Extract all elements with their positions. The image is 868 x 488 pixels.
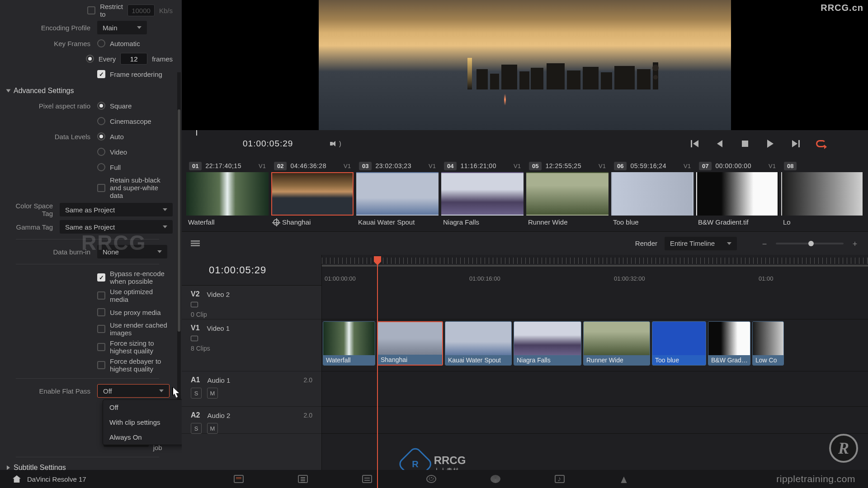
timeline-clip[interactable]: Shanghai — [377, 321, 443, 366]
color-space-select[interactable]: Same as Project — [60, 203, 173, 216]
clip-name: Too blue — [611, 216, 693, 229]
bypass-checkbox[interactable]: Bypass re-encode when possible — [97, 270, 173, 285]
media-page-icon[interactable] — [234, 475, 244, 483]
zoom-slider[interactable] — [776, 243, 844, 244]
timeline-clip[interactable]: Too blue — [652, 321, 706, 366]
track-header-v1[interactable]: V1Video 1 8 Clips — [182, 319, 321, 371]
loop-button[interactable] — [815, 137, 827, 150]
par-square-radio[interactable]: Square — [97, 102, 132, 110]
cut-page-icon[interactable] — [298, 475, 308, 483]
encoding-profile-select[interactable]: Main — [97, 21, 147, 34]
clip-timecode: 11:16:21;00 — [460, 162, 496, 169]
timeline-clip-thumb — [323, 322, 375, 355]
timeline: 01:00:05:29 V2Video 2 0 Clip V1Video 1 8… — [182, 255, 868, 488]
timeline-clip[interactable]: Waterfall — [323, 321, 375, 366]
flat-pass-option-clip[interactable]: With clip settings — [103, 415, 182, 430]
flat-pass-option-off[interactable]: Off — [103, 400, 182, 415]
clip-number: 07 — [699, 162, 712, 170]
mute-button[interactable]: M — [207, 388, 218, 399]
clip-number: 01 — [189, 162, 202, 170]
clip-track: V1 — [344, 163, 351, 169]
cached-checkbox[interactable]: Use render cached images — [97, 321, 173, 337]
timeline-clip-name: Too blue — [652, 355, 706, 365]
clip-card[interactable]: 0605:59:16;24V1 Too blue — [611, 160, 693, 229]
edit-page-icon[interactable] — [362, 475, 372, 483]
timeline-clip[interactable]: B&W Grad… — [708, 321, 750, 366]
clip-track: V1 — [769, 163, 776, 169]
scrub-marker[interactable] — [196, 130, 197, 136]
timeline-view-icon[interactable] — [191, 240, 200, 247]
play-button[interactable] — [764, 137, 777, 150]
color-page-icon[interactable] — [491, 475, 500, 483]
render-scope-select[interactable]: Entire Timeline — [665, 237, 737, 250]
track-v1-lane[interactable]: WaterfallShanghaiKauai Water SpoutNiagra… — [322, 319, 868, 371]
data-levels-auto-radio[interactable]: Auto — [97, 132, 124, 141]
par-cinema-radio[interactable]: Cinemascope — [97, 117, 151, 125]
clip-thumbnails-strip: 0122:17:40;15V1 Waterfall0204:46:36:28V1… — [182, 157, 868, 231]
timeline-clip[interactable]: Niagra Falls — [514, 321, 581, 366]
flat-pass-label: Enable Flat Pass — [9, 387, 97, 395]
solo-button[interactable]: S — [191, 423, 202, 434]
track-header-v2[interactable]: V2Video 2 0 Clip — [182, 286, 321, 319]
play-reverse-button[interactable] — [713, 137, 726, 150]
track-a1-lane[interactable] — [322, 371, 868, 407]
first-frame-button[interactable] — [688, 137, 701, 150]
flat-pass-option-always[interactable]: Always On — [103, 430, 182, 445]
deliver-page-icon[interactable] — [619, 475, 629, 483]
timeline-clip-thumb — [584, 322, 650, 355]
key-frames-every-radio[interactable]: Every — [86, 55, 116, 63]
track-v2-lane[interactable] — [322, 286, 868, 319]
timeline-clip[interactable]: Kauai Water Spout — [445, 321, 512, 366]
chevron-down-icon — [727, 242, 731, 245]
restrict-to-value[interactable] — [127, 5, 155, 16]
zoom-in-button[interactable]: + — [851, 239, 859, 248]
advanced-settings-toggle[interactable]: Advanced Settings — [7, 87, 173, 95]
key-frames-auto-radio[interactable]: Automatic — [97, 39, 140, 47]
sidebar-scrollbar[interactable] — [177, 72, 181, 443]
app-name: DaVinci Resolve 17 — [27, 475, 86, 483]
clip-card[interactable]: 0700:00:00:00V1 B&W Gradient.tif — [696, 160, 778, 229]
timeline-clip[interactable]: Runner Wide — [583, 321, 650, 366]
track-header-a1[interactable]: A1Audio 12.0 SM — [182, 371, 321, 407]
mute-button[interactable]: ) — [329, 137, 342, 150]
proxy-checkbox[interactable]: Use proxy media — [97, 308, 161, 316]
clip-thumbnail — [441, 172, 524, 216]
debayer-checkbox[interactable]: Force debayer to highest quality — [97, 357, 173, 373]
clip-card[interactable]: 0512:25:55;25V1 Runner Wide — [526, 160, 609, 229]
zoom-out-button[interactable]: − — [760, 239, 769, 248]
gamma-select[interactable]: Same as Project — [60, 220, 173, 234]
stop-button[interactable] — [739, 137, 751, 150]
frame-reordering-checkbox[interactable]: Frame reordering — [97, 70, 162, 78]
burn-in-select[interactable]: None — [97, 245, 167, 258]
playhead[interactable] — [377, 256, 378, 488]
clip-card[interactable]: 0122:17:40;15V1 Waterfall — [186, 160, 269, 229]
sizing-checkbox[interactable]: Force sizing to highest quality — [97, 339, 173, 355]
data-levels-full-radio[interactable]: Full — [97, 163, 121, 171]
clip-timecode: 22:17:40;15 — [205, 162, 241, 169]
clip-card[interactable]: 0411:16:21;00V1 Niagra Falls — [441, 160, 524, 229]
timeline-timecode: 01:00:05:29 — [209, 264, 266, 276]
transport-bar: 01:00:05:29 ) — [182, 130, 868, 157]
timeline-clip[interactable]: Low Co — [752, 321, 784, 366]
data-levels-video-radio[interactable]: Video — [97, 148, 127, 156]
restrict-to-checkbox[interactable]: Restrict to — [87, 3, 123, 18]
clip-card[interactable]: 08Lo — [781, 160, 863, 229]
fairlight-page-icon[interactable] — [555, 475, 565, 483]
clip-card[interactable]: 0323:02:03;23V1 Kauai Water Spout — [356, 160, 439, 229]
optimized-checkbox[interactable]: Use optimized media — [97, 288, 173, 303]
timeline-clip-name: B&W Grad… — [708, 355, 750, 365]
key-frames-value[interactable] — [120, 53, 147, 65]
last-frame-button[interactable] — [789, 137, 802, 150]
solo-button[interactable]: S — [191, 388, 202, 399]
flat-pass-select[interactable]: Off — [97, 384, 170, 398]
retain-subblack-checkbox[interactable]: Retain sub-black and super-white data — [97, 176, 173, 199]
fusion-page-icon[interactable] — [426, 475, 436, 483]
clip-track: V1 — [259, 163, 266, 169]
track-a2-lane[interactable] — [322, 407, 868, 434]
timeline-clip-thumb — [652, 322, 706, 355]
mute-button[interactable]: M — [207, 423, 218, 434]
home-icon[interactable] — [13, 475, 21, 483]
clip-card[interactable]: 0204:46:36:28V1 Shanghai — [271, 160, 354, 229]
timeline-ruler[interactable]: 01:00:00:00 01:00:16:00 01:00:32:00 01:0… — [322, 255, 868, 286]
track-header-a2[interactable]: A2Audio 22.0 SM — [182, 407, 321, 434]
